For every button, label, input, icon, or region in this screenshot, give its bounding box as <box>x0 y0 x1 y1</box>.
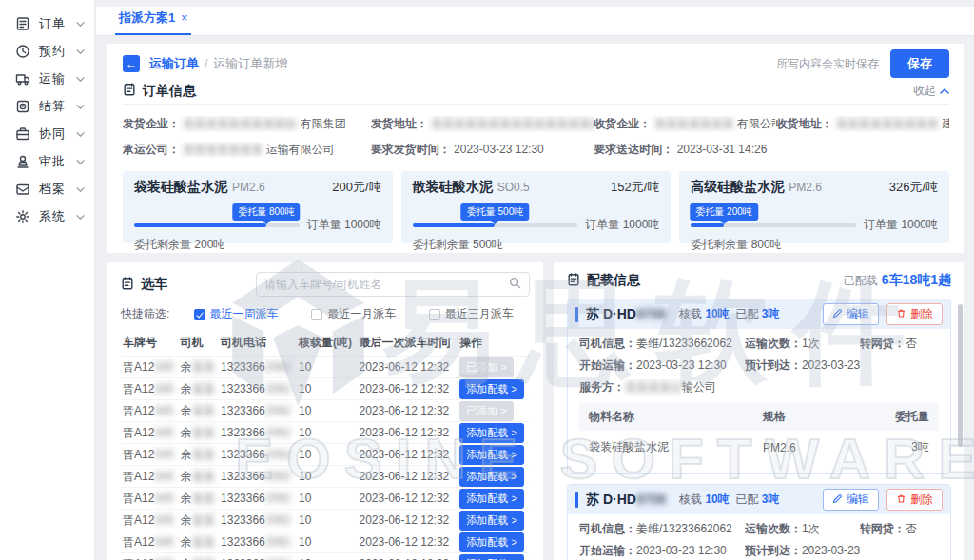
delete-button[interactable]: 删除 <box>886 489 943 511</box>
progress-fill <box>134 223 266 227</box>
table-row[interactable]: 晋A12345 余某某 13233662062 10 2023-06-12 12… <box>121 378 530 400</box>
checkbox-icon[interactable] <box>194 309 205 320</box>
field-value-redacted: 某某某某某某某 <box>183 143 263 156</box>
sidebar-item-approval[interactable]: 审批 <box>0 147 94 175</box>
table-row[interactable]: 晋A12345 余某某 13233662062 10 2023-06-12 12… <box>121 510 530 531</box>
product-cards: 袋装硅酸盐水泥 PM2.6 200元/吨 委托量 800吨 订单量 1000吨 … <box>123 171 949 243</box>
column-header: 车牌号 <box>121 330 179 357</box>
search-icon[interactable] <box>509 277 521 292</box>
order-info-header: 订单信息 收起 <box>123 78 949 105</box>
add-load-button[interactable]: 添加配载 > <box>459 554 523 560</box>
sidebar-item-label: 系统 <box>39 208 76 225</box>
vehicle-card-header: 苏 D·HD8708 核载 10吨 已配 3吨 编辑 删除 <box>568 485 950 514</box>
chevron-down-icon <box>76 100 85 113</box>
truck-search <box>256 272 530 297</box>
table-row[interactable]: 晋A12345 余某某 13233662062 10 2023-06-12 12… <box>121 357 530 378</box>
chevron-down-icon <box>76 210 85 223</box>
column-header: 司机 <box>179 330 219 357</box>
edit-button[interactable]: 编辑 <box>823 303 879 325</box>
table-row[interactable]: 晋A12345 余某某 13233662062 10 2023-06-12 12… <box>121 531 530 553</box>
field-value-redacted: 某某某某某某某某某 <box>836 117 939 130</box>
material-column-header: 委托量 <box>845 403 939 431</box>
sidebar-item-orders[interactable]: 订单 <box>0 10 94 37</box>
driver-cell: 余某某 <box>179 378 219 400</box>
field-value: 有限公司 <box>737 117 775 130</box>
sidebar-item-collaboration[interactable]: 协同 <box>0 120 94 147</box>
plate-cell: 晋A12345 <box>121 488 179 510</box>
collapse-label: 收起 <box>913 83 936 99</box>
quick-filter-label: 快捷筛选: <box>121 306 169 322</box>
add-load-button[interactable]: 添加配载 > <box>459 423 523 443</box>
progress-track: 委托量 500吨 <box>413 223 578 227</box>
last-dispatch-cell: 2023-06-12 12:32 <box>358 400 458 422</box>
scrollbar-thumb[interactable] <box>958 304 963 447</box>
sidebar-item-reservation[interactable]: 预约 <box>0 37 94 65</box>
remaining-label: 委托剩余量 200吨 <box>134 237 381 253</box>
edit-button[interactable]: 编辑 <box>823 489 879 511</box>
table-row[interactable]: 晋A12345 余某某 13233662062 10 2023-06-12 12… <box>121 488 530 510</box>
truck-icon <box>15 71 30 87</box>
table-row[interactable]: 晋A12345 余某某 13233662062 10 2023-06-12 12… <box>121 553 530 560</box>
sidebar-item-label: 预约 <box>39 43 76 60</box>
sidebar-item-transport[interactable]: 运输 <box>0 65 94 92</box>
add-load-button[interactable]: 添加配载 > <box>459 467 523 487</box>
vehicle-plate: 苏 D·HD8708 <box>586 306 666 323</box>
chevron-down-icon <box>76 183 85 196</box>
sidebar-item-system[interactable]: 系统 <box>0 203 94 230</box>
add-load-button[interactable]: 添加配载 > <box>459 489 523 509</box>
table-row[interactable]: 晋A12345 余某某 13233662062 10 2023-06-12 12… <box>121 466 530 488</box>
driver-info: 姜维/13233662062 <box>636 337 732 350</box>
capacity-cell: 10 <box>297 422 358 444</box>
filter-checkbox[interactable]: 最近一周派车 <box>194 306 279 322</box>
phone-cell: 13233662062 <box>219 422 297 444</box>
add-load-button[interactable]: 添加配载 > <box>459 445 523 465</box>
briefcase-icon <box>15 126 30 142</box>
truck-search-input[interactable] <box>264 278 509 291</box>
network-freight: 否 <box>906 337 917 350</box>
field-label: 发货地址： <box>371 117 428 130</box>
tab-close-icon[interactable]: × <box>181 11 187 25</box>
sidebar-item-archive[interactable]: 档案 <box>0 175 94 203</box>
product-spec: SO0.5 <box>497 181 530 194</box>
order-quantity-label: 订单量 1000吨 <box>307 217 381 233</box>
table-row[interactable]: 晋A12345 余某某 13233662062 10 2023-06-12 12… <box>121 400 530 422</box>
add-load-button[interactable]: 添加配载 > <box>459 379 523 399</box>
delete-button[interactable]: 删除 <box>886 303 943 325</box>
table-row[interactable]: 晋A12345 余某某 13233662062 10 2023-06-12 12… <box>121 422 530 444</box>
tab-dispatch-plan[interactable]: 指派方案1 × <box>115 4 191 35</box>
sidebar-item-settlement[interactable]: 结算 <box>0 92 94 120</box>
save-button[interactable]: 保存 <box>890 49 949 78</box>
progress-track: 委托量 800吨 <box>134 223 300 227</box>
plate-cell: 晋A12345 <box>121 400 179 422</box>
provider: 输公司 <box>682 380 716 394</box>
sidebar: 订单 预约 运输 结算 协同 审批 档案 系统 <box>0 0 95 560</box>
entrusted-badge: 委托量 800吨 <box>232 203 300 221</box>
product-name: 散装硅酸水泥 <box>413 179 493 196</box>
checkbox-icon[interactable] <box>429 309 440 320</box>
order-fields-row2: 承运公司： 某某某某某某某 运输有限公司 要求发货时间： 2023-03-23 … <box>123 142 949 158</box>
eta-time: 2023-03-23 12:30 <box>802 358 860 372</box>
product-price: 200元/吨 <box>332 179 380 196</box>
back-button[interactable]: ← <box>123 55 140 72</box>
add-load-button[interactable]: 添加配载 > <box>459 532 523 552</box>
add-load-button[interactable]: 添加配载 > <box>459 511 523 531</box>
top-gap <box>96 0 974 7</box>
material-column-header: 规格 <box>753 403 845 431</box>
order-field: 发货地址： 某某某某某某某某某某某某某某某某 <box>371 116 594 132</box>
table-row[interactable]: 晋A12345 余某某 13233662062 10 2023-06-12 12… <box>121 444 530 466</box>
chevron-down-icon <box>76 155 85 168</box>
field-value: 运输有限公司 <box>266 143 335 156</box>
filter-checkbox[interactable]: 最近一月派车 <box>311 306 396 322</box>
filter-checkbox[interactable]: 最近三月派车 <box>429 306 514 322</box>
order-info-title: 订单信息 <box>143 83 196 100</box>
start-time: 2023-03-23 12:30 <box>636 358 727 372</box>
plate-cell: 晋A12345 <box>121 422 179 444</box>
breadcrumb-link[interactable]: 运输订单 <box>149 55 199 72</box>
field-value: 2023-03-23 12:30 <box>454 143 544 156</box>
stamp-icon <box>15 154 30 169</box>
last-dispatch-cell: 2023-06-12 12:32 <box>358 357 458 378</box>
last-dispatch-cell: 2023-06-12 12:32 <box>358 378 458 400</box>
checkbox-icon[interactable] <box>311 309 322 320</box>
column-header: 核载量(吨) <box>297 330 358 357</box>
collapse-toggle[interactable]: 收起 <box>913 83 949 99</box>
